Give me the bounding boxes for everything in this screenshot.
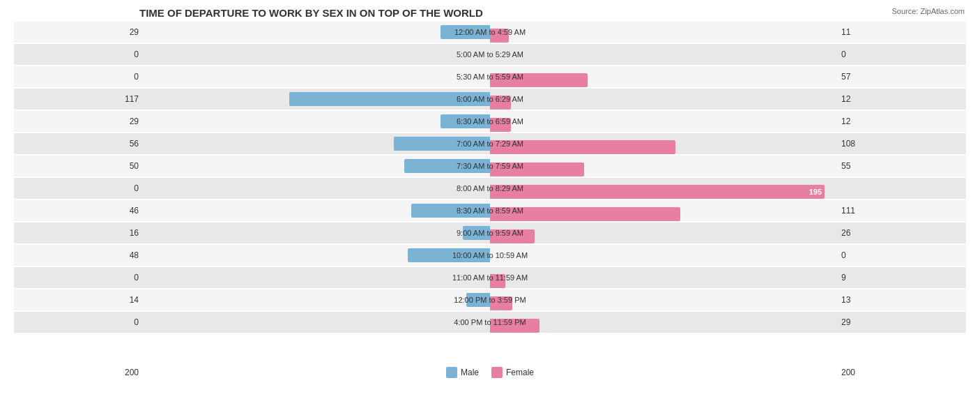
male-bar [441,25,490,39]
chart-row: 29 6:30 AM to 6:59 AM 12 [14,111,966,132]
female-value: 111 [837,206,966,216]
bars-center: 7:30 AM to 7:59 AM [143,156,837,176]
time-label: 5:00 AM to 5:29 AM [457,50,523,59]
male-bar-wrap [411,204,490,218]
chart-row: 29 12:00 AM to 4:59 AM 11 [14,22,966,43]
male-value: 50 [14,161,143,171]
female-bar-wrap [490,319,539,333]
female-bar [490,319,539,333]
chart-container: TIME OF DEPARTURE TO WORK BY SEX IN ON T… [0,0,980,415]
female-value: 108 [837,139,966,149]
male-bar-wrap [466,293,490,307]
male-bar-wrap [408,248,490,262]
male-value: 29 [14,27,143,37]
male-value: 0 [14,50,143,59]
chart-row: 0 4:00 PM to 11:59 PM 29 [14,312,966,333]
male-bar-wrap [463,226,490,240]
male-value: 0 [14,183,143,193]
female-value: 9 [837,273,966,282]
male-value: 48 [14,250,143,260]
chart-row: 14 12:00 PM to 3:59 PM 13 [14,289,966,310]
male-bar [394,137,490,151]
male-value: 0 [14,72,143,82]
female-value-inside: 195 [809,188,822,196]
male-bar [408,248,490,262]
legend-female: Female [491,367,534,378]
male-bar [466,293,490,307]
male-bar-wrap [289,92,490,106]
bars-center: 8:30 AM to 8:59 AM [143,200,837,221]
male-bar-wrap [394,137,490,151]
female-value: 29 [837,317,966,327]
source-label: Source: ZipAtlas.com [891,7,965,15]
male-bar [411,204,490,218]
male-bar [289,92,490,106]
chart-row: 56 7:00 AM to 7:29 AM 108 [14,133,966,154]
legend: Male Female [446,367,534,378]
bars-center: 6:00 AM to 6:29 AM [143,89,837,110]
chart-row: 0 8:00 AM to 8:29 AM 195 [14,178,966,199]
female-bar-wrap [490,140,675,154]
female-bar-wrap [490,296,512,310]
male-value: 29 [14,116,143,126]
female-bar [490,296,512,310]
chart-row: 117 6:00 AM to 6:29 AM 12 [14,89,966,110]
female-bar [490,96,511,110]
female-bar-wrap [490,274,505,288]
male-value: 0 [14,317,143,327]
female-bar-wrap [490,163,584,176]
bars-center: 9:00 AM to 9:59 AM [143,222,837,243]
female-bar-wrap [490,29,509,43]
chart-row: 0 5:00 AM to 5:29 AM 0 [14,44,966,65]
female-bar [490,29,509,43]
female-value: 0 [837,50,966,59]
male-value: 117 [14,94,143,104]
female-value: 12 [837,116,966,126]
female-bar [490,207,680,221]
female-bar-wrap [490,96,511,110]
female-bar [490,118,511,132]
female-bar-wrap [490,229,535,243]
legend-female-box [491,367,503,378]
male-bar-wrap [441,114,490,128]
bars-center: 6:30 AM to 6:59 AM [143,111,837,132]
female-bar [490,229,535,243]
male-value: 46 [14,206,143,216]
female-value: 11 [837,27,966,37]
bars-center: 10:00 AM to 10:59 AM [143,245,837,266]
male-bar [441,114,490,128]
bars-center: 11:00 AM to 11:59 AM [143,267,837,288]
bars-center: 7:00 AM to 7:29 AM [143,133,837,154]
legend-male: Male [446,367,479,378]
female-bar-wrap [490,207,680,221]
legend-female-label: Female [506,368,534,377]
female-bar-wrap: 195 [490,185,825,199]
chart-area: 29 12:00 AM to 4:59 AM 11 0 5:00 AM to 5… [14,22,966,363]
bars-center: 5:30 AM to 5:59 AM [143,66,837,87]
female-bar [490,163,584,176]
legend-male-box [446,367,457,378]
female-value: 13 [837,295,966,305]
chart-row: 0 5:30 AM to 5:59 AM 57 [14,66,966,87]
female-bar: 195 [490,185,825,199]
male-value: 0 [14,273,143,282]
male-value: 14 [14,295,143,305]
chart-row: 16 9:00 AM to 9:59 AM 26 [14,222,966,243]
female-value: 57 [837,72,966,82]
bars-center: 12:00 PM to 3:59 PM [143,289,837,310]
male-bar-wrap [404,159,490,173]
chart-footer: 200 Male Female 200 [14,363,966,377]
female-bar [490,274,505,288]
chart-row: 46 8:30 AM to 8:59 AM 111 [14,200,966,221]
chart-row: 48 10:00 AM to 10:59 AM 0 [14,245,966,266]
bars-center: 12:00 AM to 4:59 AM [143,22,837,43]
male-bar [404,159,490,173]
chart-row: 50 7:30 AM to 7:59 AM 55 [14,156,966,176]
chart-title: TIME OF DEPARTURE TO WORK BY SEX IN ON T… [14,7,966,19]
male-bar-wrap [441,25,490,39]
male-bar [463,226,490,240]
female-bar-wrap [490,118,511,132]
male-value: 56 [14,139,143,149]
bars-center: 5:00 AM to 5:29 AM [143,44,837,65]
legend-male-label: Male [461,368,479,377]
